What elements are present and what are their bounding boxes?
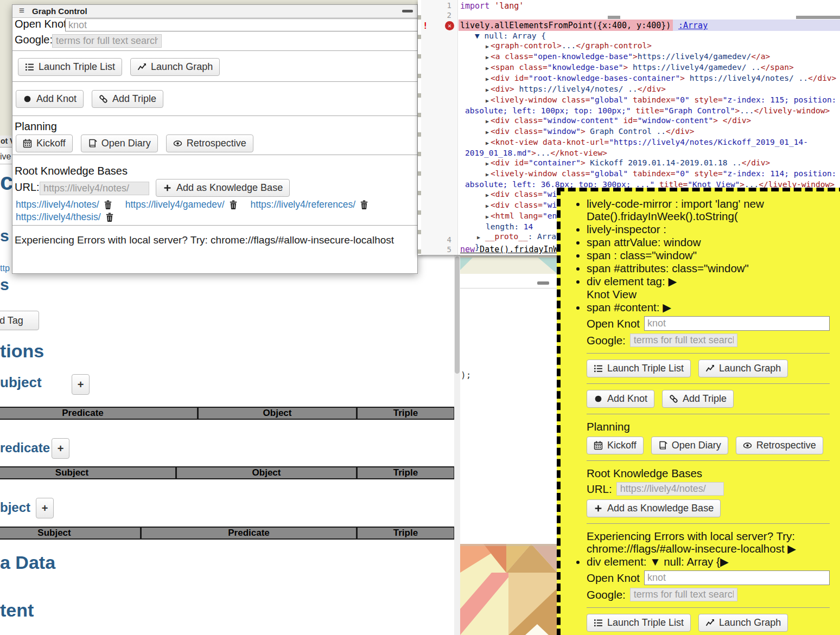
knowledge-base-link[interactable]: https://lively4/notes/ <box>16 198 99 211</box>
add-knowledge-base-button[interactable]: Add as Knowledge Base <box>587 499 721 517</box>
add-subject-button[interactable]: + <box>72 374 90 395</box>
google-search-input[interactable] <box>630 333 737 347</box>
inspector-tree-node[interactable]: ▶<div> https://lively4/notes/ ..</div> <box>459 84 838 95</box>
tooltip-item[interactable]: div element tag: ▶ Knot View <box>587 275 836 300</box>
inspector-tree-node[interactable]: ▶<graph-control>...</graph-control> <box>459 41 838 52</box>
add-knowledge-base-button[interactable]: Add as Knowledge Base <box>156 179 290 197</box>
scroll-fragment <box>608 16 620 19</box>
window-title: Graph Control <box>32 7 87 16</box>
line-number: 2 <box>421 11 451 20</box>
chart-icon <box>137 62 147 72</box>
list-icon <box>594 364 603 373</box>
launch-triple-list-button[interactable]: Launch Triple List <box>18 58 122 76</box>
minimize-button[interactable] <box>537 281 549 285</box>
code-line[interactable]: import 'lang' <box>460 1 524 11</box>
add-tag-button[interactable]: Add Tag <box>0 311 39 330</box>
add-triple-button[interactable]: Add Triple <box>662 390 734 408</box>
code-fragment: ); <box>461 370 471 380</box>
editor-gutter <box>421 0 458 255</box>
circle-icon <box>23 94 32 104</box>
inspector-tree-node[interactable]: ▶<div id="root-knowledge-bases-container… <box>459 73 838 84</box>
calendar-icon <box>23 139 32 148</box>
tooltip-item[interactable]: span #content: ▶ Open Knot Google: Launc… <box>587 301 836 555</box>
kickoff-button[interactable]: Kickoff <box>16 134 73 152</box>
google-search-input[interactable] <box>52 34 162 48</box>
kickoff-button[interactable]: Kickoff <box>587 437 644 454</box>
table-column-header: Object <box>176 466 357 479</box>
tooltip-item[interactable]: span : class="window" <box>587 249 836 261</box>
open-knot-input[interactable] <box>65 18 418 31</box>
table-column-header: Triple <box>357 407 455 420</box>
error-icon[interactable]: ✕ <box>445 21 454 30</box>
launch-graph-button[interactable]: Launch Graph <box>698 360 788 377</box>
launch-triple-list-button[interactable]: Launch Triple List <box>587 614 691 632</box>
open-knot-input[interactable] <box>644 316 830 331</box>
knowledge-base-link[interactable]: https://lively4/gamedev/ <box>125 198 225 211</box>
inspector-tree-node[interactable]: ▶<a class="open-knowledge-base">https://… <box>459 52 838 62</box>
add-object-button[interactable]: + <box>36 498 54 518</box>
window-titlebar[interactable]: ≡ Graph Control <box>12 5 417 18</box>
trash-icon[interactable] <box>360 200 368 210</box>
line-number: 5 <box>421 245 451 254</box>
tooltip-item[interactable]: span attrValue: window <box>587 236 836 248</box>
add-knot-button[interactable]: Add Knot <box>16 90 84 108</box>
inspector-tree-node[interactable]: ▶<lively-window class="global" tabindex=… <box>459 169 838 189</box>
add-predicate-button[interactable]: + <box>52 438 69 459</box>
inspector-tree-node[interactable]: ▶<knot-view data-knot-url="https://livel… <box>459 137 838 158</box>
add-triple-button[interactable]: Add Triple <box>92 90 163 108</box>
minimize-button[interactable] <box>402 10 413 12</box>
relations-heading: tions <box>0 341 44 362</box>
open-knot-input[interactable] <box>644 570 830 585</box>
trash-icon[interactable] <box>105 213 114 222</box>
url-input[interactable] <box>40 182 149 195</box>
root-knowledge-bases-heading: Root Knowledge Bases <box>15 165 128 177</box>
google-search-input[interactable] <box>630 588 737 601</box>
retrospective-button[interactable]: Retrospective <box>736 437 823 454</box>
trash-icon[interactable] <box>104 200 112 210</box>
background-text-fragment: ive <box>0 152 11 162</box>
tooltip-item[interactable]: lively-code-mirror : import 'lang' new D… <box>587 197 836 222</box>
tooltip-item[interactable]: lively-inspector : <box>587 223 836 235</box>
trash-icon[interactable] <box>229 200 238 210</box>
result-annotation-link[interactable]: :Array <box>678 21 708 30</box>
background-heading-fragment: s <box>0 227 9 245</box>
inspector-tree-node[interactable]: ▶<div class="window-content" id="window-… <box>459 116 838 126</box>
inspector-tree-node[interactable]: ▶<span class="knowledge-base"> https://l… <box>459 62 838 73</box>
launch-graph-button[interactable]: Launch Graph <box>698 614 788 632</box>
scrollbar[interactable] <box>454 255 460 635</box>
google-label: Google: <box>587 588 626 601</box>
launch-triple-list-button[interactable]: Launch Triple List <box>587 360 691 377</box>
background-link-fragment[interactable]: ttp <box>0 264 10 273</box>
knowledge-base-link[interactable]: https://lively4/references/ <box>251 198 356 211</box>
table-column-header: Object <box>198 407 357 420</box>
table-column-header: Predicate <box>141 527 357 540</box>
open-knot-label: Open Knot <box>587 317 640 330</box>
retrospective-button[interactable]: Retrospective <box>166 134 253 152</box>
inspector-root-node[interactable]: ▼ null: Array { <box>459 31 838 41</box>
screen: ot V ive ck s ttp s Add Tag tions ubject… <box>0 0 840 635</box>
content-heading: tent <box>0 600 34 621</box>
background-window-titlebar[interactable]: ot V <box>0 136 12 147</box>
launch-graph-button[interactable]: Launch Graph <box>130 58 220 76</box>
scrollbar-thumb[interactable] <box>455 256 460 374</box>
geometric-pattern-image <box>460 544 557 635</box>
tooltip-item[interactable]: span #attributes: class="window" <box>587 262 836 274</box>
local-server-error-hint: Experiencing Errors with local server? T… <box>587 530 836 555</box>
object-heading: bject <box>0 500 30 515</box>
url-input[interactable] <box>616 482 724 496</box>
list-icon <box>25 62 34 72</box>
inspector-tree-node[interactable]: ▶<lively-window class="global" tabindex=… <box>459 95 838 116</box>
open-diary-button[interactable]: Open Diary <box>651 437 728 454</box>
triples-table-header: Predicate Object Triple <box>0 407 455 420</box>
subject-heading: ubject <box>0 374 42 391</box>
planning-heading: Planning <box>587 420 836 433</box>
inspector-tree-node[interactable]: ▶<div id="container"> Kickoff 2019.01.14… <box>459 158 838 169</box>
knowledge-base-link[interactable]: https://lively4/thesis/ <box>16 211 101 223</box>
inspector-tree-node[interactable]: ▶<div class="window"> Graph Control ..</… <box>459 126 838 137</box>
list-icon <box>594 618 603 627</box>
add-knot-button[interactable]: Add Knot <box>587 390 654 408</box>
open-diary-button[interactable]: Open Diary <box>81 134 158 152</box>
code-line-error[interactable]: lively.allElementsFromPoint({x:400, y:40… <box>460 21 671 30</box>
window-menu-icon[interactable]: ≡ <box>19 5 24 16</box>
tooltip-item[interactable]: div element: ▼ null: Array {▶ Open Knot … <box>587 555 836 635</box>
